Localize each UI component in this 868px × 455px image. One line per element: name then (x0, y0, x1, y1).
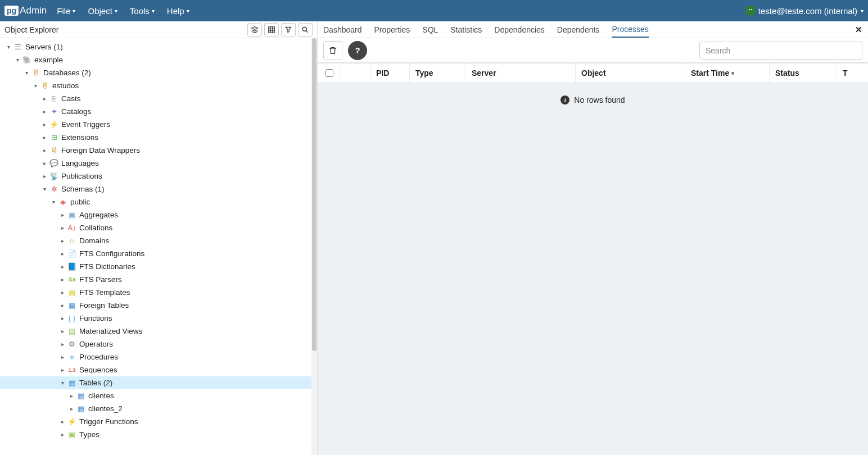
menu-object[interactable]: Object▾ (88, 6, 117, 16)
tree-tables[interactable]: ▾▦Tables (2) (0, 376, 317, 389)
chevron-right-icon[interactable]: ▸ (40, 160, 48, 166)
tree-server-example[interactable]: ▾🐘example (0, 53, 317, 66)
tree-types[interactable]: ▸▣Types (0, 428, 317, 441)
delete-button[interactable] (323, 41, 342, 60)
chevron-right-icon[interactable]: ▸ (58, 328, 66, 334)
tree-servers[interactable]: ▾☰Servers (1) (0, 40, 317, 53)
tree-aggregates[interactable]: ▸▣Aggregates (0, 208, 317, 221)
table-icon: ▦ (76, 404, 85, 413)
chevron-right-icon[interactable]: ▸ (67, 406, 75, 412)
tree-databases[interactable]: ▾🛢Databases (2) (0, 66, 317, 79)
tree-materialized-views[interactable]: ▸▤Materialized Views (0, 325, 317, 338)
chevron-down-icon[interactable]: ▾ (22, 70, 30, 76)
chevron-right-icon[interactable]: ▸ (67, 393, 75, 399)
chevron-right-icon[interactable]: ▸ (58, 315, 66, 321)
chevron-right-icon[interactable]: ▸ (58, 367, 66, 373)
help-button[interactable]: ? (348, 41, 367, 60)
tab-statistics[interactable]: Statistics (450, 22, 482, 37)
chevron-right-icon[interactable]: ▸ (58, 238, 66, 244)
chevron-down-icon[interactable]: ▾ (31, 83, 39, 89)
oe-filter-button[interactable] (281, 23, 296, 37)
scrollbar-thumb[interactable] (312, 38, 317, 351)
menu-help[interactable]: Help▾ (167, 6, 189, 16)
chevron-right-icon[interactable]: ▸ (58, 263, 66, 270)
tree-label: clientes_2 (88, 404, 123, 413)
table-icon: ▦ (76, 392, 85, 401)
menu-tools[interactable]: Tools▾ (130, 6, 155, 16)
chevron-right-icon[interactable]: ▸ (40, 121, 48, 128)
column-status[interactable]: Status (770, 63, 837, 83)
tree-fts-parsers[interactable]: ▸AaFTS Parsers (0, 273, 317, 286)
chevron-right-icon[interactable]: ▸ (40, 108, 48, 115)
tree-schemas[interactable]: ▾✲Schemas (1) (0, 183, 317, 195)
column-object[interactable]: Object (576, 63, 685, 83)
tree-procedures[interactable]: ▸⎆Procedures (0, 351, 317, 363)
chevron-right-icon[interactable]: ▸ (40, 173, 48, 179)
tree-fts-dictionaries[interactable]: ▸📘FTS Dictionaries (0, 260, 317, 273)
tree-collations[interactable]: ▸A↓Collations (0, 221, 317, 234)
close-panel-button[interactable]: ✕ (855, 25, 862, 35)
oe-search-button[interactable] (298, 23, 313, 37)
column-server[interactable]: Server (466, 63, 576, 83)
chevron-right-icon[interactable]: ▸ (58, 341, 66, 347)
column-start-time[interactable]: Start Time▾ (685, 63, 770, 83)
select-all-checkbox[interactable] (326, 69, 333, 77)
chevron-down-icon[interactable]: ▾ (13, 57, 21, 63)
tree-schema-public[interactable]: ▾◈public (0, 195, 317, 208)
chevron-right-icon[interactable]: ▸ (58, 276, 66, 283)
chevron-down-icon[interactable]: ▾ (49, 199, 57, 205)
object-tree[interactable]: ▾☰Servers (1) ▾🐘example ▾🛢Databases (2) … (0, 38, 317, 455)
tree-fdw[interactable]: ▸🛢Foreign Data Wrappers (0, 144, 317, 157)
tree-operators[interactable]: ▸⚙Operators (0, 338, 317, 351)
tree-extensions[interactable]: ▸⊞Extensions (0, 131, 317, 144)
tree-catalogs[interactable]: ▸✦Catalogs (0, 105, 317, 118)
tree-functions[interactable]: ▸{ }Functions (0, 312, 317, 325)
chevron-down-icon[interactable]: ▾ (58, 380, 66, 386)
tree-scrollbar[interactable] (311, 38, 317, 455)
chevron-right-icon[interactable]: ▸ (58, 431, 66, 438)
tree-domains[interactable]: ▸⌂Domains (0, 234, 317, 247)
chevron-right-icon[interactable]: ▸ (58, 302, 66, 308)
svg-line-6 (306, 30, 308, 32)
chevron-right-icon[interactable]: ▸ (58, 418, 66, 425)
tree-sequences[interactable]: ▸1.3Sequences (0, 363, 317, 376)
chevron-right-icon[interactable]: ▸ (40, 95, 48, 102)
chevron-right-icon[interactable]: ▸ (58, 212, 66, 218)
tree-label: FTS Parsers (79, 275, 122, 284)
oe-layers-button[interactable] (247, 23, 262, 37)
column-select-all[interactable] (318, 63, 341, 83)
tree-db-estudos[interactable]: ▾🛢estudos (0, 79, 317, 92)
tree-table-clientes[interactable]: ▸▦clientes (0, 389, 317, 402)
column-pid[interactable]: PID (370, 63, 410, 83)
column-type[interactable]: Type (410, 63, 466, 83)
column-partial[interactable]: T (837, 63, 868, 83)
chevron-right-icon[interactable]: ▸ (58, 289, 66, 295)
tab-processes[interactable]: Processes (612, 22, 648, 38)
chevron-down-icon[interactable]: ▾ (4, 44, 12, 50)
tab-dashboard[interactable]: Dashboard (323, 22, 362, 37)
chevron-right-icon[interactable]: ▸ (40, 134, 48, 140)
tab-sql[interactable]: SQL (422, 22, 438, 37)
tree-foreign-tables[interactable]: ▸▦Foreign Tables (0, 299, 317, 312)
tree-fts-configurations[interactable]: ▸📄FTS Configurations (0, 247, 317, 260)
search-input[interactable] (699, 42, 862, 60)
tree-publications[interactable]: ▸📡Publications (0, 170, 317, 183)
menu-file[interactable]: File▾ (57, 6, 75, 16)
chevron-down-icon[interactable]: ▾ (40, 186, 48, 192)
chevron-right-icon[interactable]: ▸ (58, 251, 66, 257)
tree-table-clientes-2[interactable]: ▸▦clientes_2 (0, 402, 317, 415)
user-menu[interactable]: teste@teste.com (internal) ▾ (746, 6, 864, 16)
tree-fts-templates[interactable]: ▸▤FTS Templates (0, 286, 317, 299)
chevron-right-icon[interactable]: ▸ (58, 354, 66, 360)
tab-dependents[interactable]: Dependents (557, 22, 600, 37)
chevron-right-icon[interactable]: ▸ (40, 147, 48, 153)
tree-label: FTS Dictionaries (79, 262, 135, 271)
tab-dependencies[interactable]: Dependencies (494, 22, 545, 37)
chevron-right-icon[interactable]: ▸ (58, 225, 66, 231)
tree-event-triggers[interactable]: ▸⚡Event Triggers (0, 118, 317, 131)
oe-grid-button[interactable] (264, 23, 279, 37)
tree-trigger-functions[interactable]: ▸⚡Trigger Functions (0, 415, 317, 428)
tab-properties[interactable]: Properties (374, 22, 410, 37)
tree-casts[interactable]: ▸⎘Casts (0, 92, 317, 105)
tree-languages[interactable]: ▸💬Languages (0, 157, 317, 170)
